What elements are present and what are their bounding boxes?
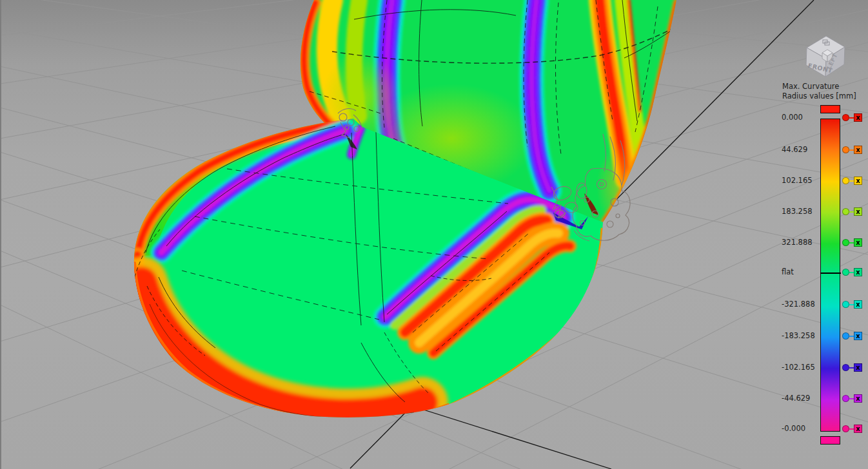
- legend-marker-box[interactable]: x: [854, 394, 862, 403]
- legend-marker-dot[interactable]: [842, 239, 849, 246]
- legend-marker-box[interactable]: x: [854, 113, 862, 122]
- legend-value-label: 321.888: [782, 238, 813, 247]
- legend-marker[interactable]: x: [842, 177, 862, 185]
- legend-marker[interactable]: x: [842, 394, 862, 403]
- legend-marker-box[interactable]: x: [854, 425, 862, 433]
- legend-marker-dot[interactable]: [842, 208, 849, 215]
- legend-marker-line: [849, 149, 854, 151]
- legend-top-cap: [820, 105, 840, 113]
- legend-title: Max. Curvature Radius values [mm]: [782, 82, 856, 101]
- legend-marker-line: [849, 117, 854, 119]
- legend-marker-line: [849, 336, 854, 337]
- legend-value-label: -0.000: [782, 424, 805, 433]
- legend-marker-dot[interactable]: [842, 177, 849, 184]
- legend-bottom-cap: [820, 436, 840, 445]
- curvature-legend: Max. Curvature Radius values [mm] 0.000x…: [0, 0, 868, 469]
- legend-value-label: 183.258: [782, 207, 813, 216]
- legend-marker-box[interactable]: x: [854, 332, 862, 340]
- legend-marker-box[interactable]: x: [854, 300, 862, 309]
- legend-value-label: -321.888: [782, 300, 815, 309]
- legend-marker-line: [849, 398, 854, 399]
- legend-marker-dot[interactable]: [842, 269, 849, 276]
- legend-marker-line: [849, 242, 854, 244]
- legend-marker[interactable]: x: [842, 113, 862, 122]
- legend-marker-dot[interactable]: [842, 114, 849, 121]
- legend-marker[interactable]: x: [842, 300, 862, 309]
- legend-marker[interactable]: x: [842, 207, 862, 216]
- legend-marker-dot[interactable]: [842, 332, 849, 340]
- legend-marker-dot[interactable]: [842, 395, 849, 402]
- legend-marker-dot[interactable]: [842, 425, 849, 432]
- cad-viewport[interactable]: FRONT LEFT Max. Curvature Radius values …: [0, 0, 868, 469]
- legend-marker-line: [849, 428, 854, 430]
- legend-value-label: -44.629: [782, 394, 810, 403]
- legend-value-label: 102.165: [782, 176, 813, 185]
- legend-marker-line: [849, 180, 854, 182]
- legend-marker[interactable]: x: [842, 268, 862, 276]
- legend-flat-divider: [820, 273, 841, 274]
- legend-color-bar: [820, 119, 840, 432]
- legend-marker-box[interactable]: x: [854, 177, 862, 185]
- legend-marker-box[interactable]: x: [854, 238, 862, 247]
- legend-marker-dot[interactable]: [842, 364, 849, 371]
- legend-marker[interactable]: x: [842, 425, 862, 433]
- legend-value-label: flat: [782, 267, 794, 276]
- legend-value-label: -183.258: [782, 331, 815, 340]
- legend-marker-line: [849, 304, 854, 305]
- legend-value-label: 44.629: [782, 145, 807, 154]
- legend-marker-line: [849, 211, 854, 213]
- legend-marker-line: [849, 367, 854, 368]
- legend-marker-box[interactable]: x: [854, 146, 862, 154]
- legend-marker-dot[interactable]: [842, 301, 849, 308]
- legend-marker[interactable]: x: [842, 238, 862, 247]
- legend-marker-box[interactable]: x: [854, 268, 862, 276]
- legend-marker-dot[interactable]: [842, 146, 849, 153]
- legend-marker-line: [849, 272, 854, 273]
- legend-marker[interactable]: x: [842, 363, 862, 372]
- legend-marker-box[interactable]: x: [854, 363, 862, 372]
- legend-value-label: -102.165: [782, 363, 815, 372]
- legend-marker[interactable]: x: [842, 146, 862, 154]
- legend-value-label: 0.000: [782, 113, 803, 122]
- legend-marker[interactable]: x: [842, 332, 862, 340]
- legend-marker-box[interactable]: x: [854, 207, 862, 216]
